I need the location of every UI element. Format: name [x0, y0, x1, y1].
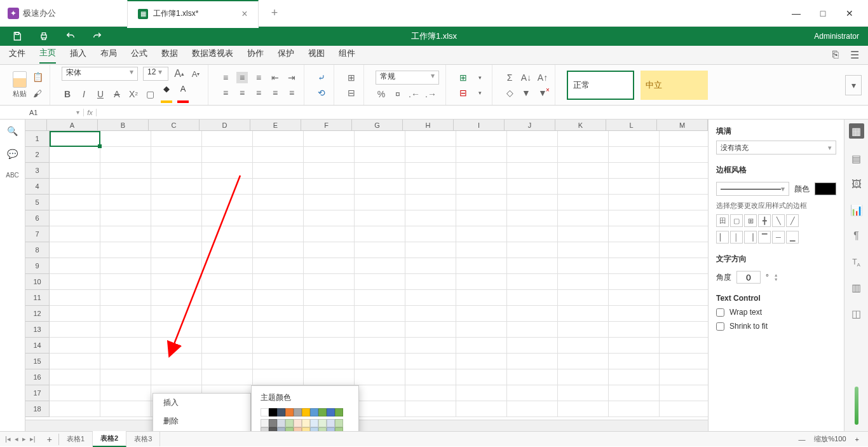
cell[interactable] [558, 290, 609, 306]
add-sheet-button[interactable]: + [41, 434, 58, 444]
cell[interactable] [355, 226, 405, 242]
cell[interactable] [660, 274, 708, 290]
cell[interactable] [100, 401, 151, 417]
cell[interactable] [253, 163, 304, 179]
font-color-button[interactable]: A [177, 85, 189, 103]
cell[interactable] [202, 354, 253, 369]
percent-icon[interactable]: % [376, 88, 387, 100]
zoom-out-icon[interactable]: — [798, 436, 805, 443]
paragraph-icon[interactable]: ¶ [853, 230, 859, 242]
cell[interactable] [50, 195, 100, 210]
cell[interactable] [253, 195, 304, 210]
cell[interactable] [507, 401, 558, 417]
sheet-first-icon[interactable]: |◂ [4, 435, 12, 443]
bold-button[interactable]: B [62, 88, 73, 100]
color-swatch[interactable] [261, 419, 269, 427]
cell[interactable] [50, 147, 100, 163]
cell[interactable] [304, 195, 355, 210]
save-icon[interactable] [11, 31, 23, 42]
fill-color-button[interactable]: ◆ [161, 85, 172, 103]
col-header[interactable]: A [47, 120, 98, 130]
menu-collab[interactable]: 协作 [247, 48, 264, 63]
sheet-last-icon[interactable]: ▸| [29, 435, 37, 443]
cell[interactable] [202, 195, 253, 210]
cell[interactable] [660, 131, 708, 147]
cell[interactable] [405, 274, 456, 290]
cell[interactable] [405, 147, 456, 163]
cell[interactable] [355, 210, 405, 226]
clear-icon[interactable]: ◇ [504, 87, 515, 99]
cell[interactable] [609, 369, 660, 385]
row-header[interactable]: 13 [25, 322, 50, 338]
row-header[interactable]: 11 [25, 290, 50, 306]
angle-input[interactable] [736, 271, 761, 284]
border-color-swatch[interactable] [815, 182, 836, 195]
cell[interactable] [100, 354, 151, 369]
col-header[interactable]: F [301, 120, 352, 130]
cell[interactable] [609, 131, 660, 147]
style-normal[interactable]: 正常 [567, 71, 634, 100]
cell[interactable] [609, 242, 660, 258]
row-header[interactable]: 9 [25, 258, 50, 274]
cell[interactable] [202, 210, 253, 226]
row-header[interactable]: 5 [25, 195, 50, 210]
align-left-icon[interactable]: ≡ [220, 87, 231, 99]
row-header[interactable]: 15 [25, 354, 50, 369]
cell[interactable] [558, 210, 609, 226]
color-swatch[interactable] [310, 408, 318, 416]
cell[interactable] [609, 401, 660, 417]
cell[interactable] [660, 385, 708, 401]
cell[interactable] [456, 401, 507, 417]
select-all-corner[interactable] [25, 120, 47, 130]
color-swatch[interactable] [310, 427, 318, 431]
cell[interactable] [100, 179, 151, 195]
cell[interactable] [660, 354, 708, 369]
cell[interactable] [405, 179, 456, 195]
align-middle-icon[interactable]: ≡ [236, 72, 248, 83]
align-right-icon[interactable]: ≡ [253, 87, 264, 99]
close-button[interactable]: ✕ [844, 8, 855, 18]
cells-area[interactable] [50, 131, 708, 431]
cell[interactable] [202, 131, 253, 147]
color-swatch[interactable] [318, 427, 327, 431]
border-button[interactable]: ▢ [144, 88, 156, 100]
cell[interactable] [456, 322, 507, 338]
row-header[interactable]: 18 [25, 401, 50, 417]
color-swatch[interactable] [285, 408, 294, 416]
cell[interactable] [304, 354, 355, 369]
cell[interactable] [558, 274, 609, 290]
row-header[interactable]: 7 [25, 226, 50, 242]
sum-icon[interactable]: Σ [504, 72, 515, 83]
cell[interactable] [202, 306, 253, 322]
cell[interactable] [100, 163, 151, 179]
cell[interactable] [507, 179, 558, 195]
cell[interactable] [609, 354, 660, 369]
sheet-next-icon[interactable]: ▸ [21, 435, 27, 443]
dec-decimal-icon[interactable]: .← [409, 88, 420, 100]
cell[interactable] [660, 369, 708, 385]
cell[interactable] [660, 306, 708, 322]
cell[interactable] [151, 258, 202, 274]
cell[interactable] [100, 338, 151, 354]
cell[interactable] [202, 322, 253, 338]
cell[interactable] [609, 290, 660, 306]
cell[interactable] [50, 369, 100, 385]
cell[interactable] [355, 354, 405, 369]
color-swatch[interactable] [302, 419, 310, 427]
filter-icon[interactable]: ▼ [520, 87, 532, 99]
orientation-icon[interactable]: ⟲ [316, 87, 327, 99]
col-header[interactable]: L [606, 120, 657, 130]
cell[interactable] [405, 369, 456, 385]
cell[interactable] [355, 147, 405, 163]
cell[interactable] [202, 242, 253, 258]
indent-inc-icon[interactable]: ⇥ [286, 72, 297, 83]
fill-select[interactable]: 没有填充▾ [716, 141, 836, 155]
cell[interactable] [558, 369, 609, 385]
row-header[interactable]: 1 [25, 131, 50, 147]
cell[interactable] [405, 226, 456, 242]
cell[interactable] [456, 354, 507, 369]
cell[interactable] [456, 385, 507, 401]
col-header[interactable]: M [657, 120, 708, 130]
cell[interactable] [609, 210, 660, 226]
cell[interactable] [405, 195, 456, 210]
